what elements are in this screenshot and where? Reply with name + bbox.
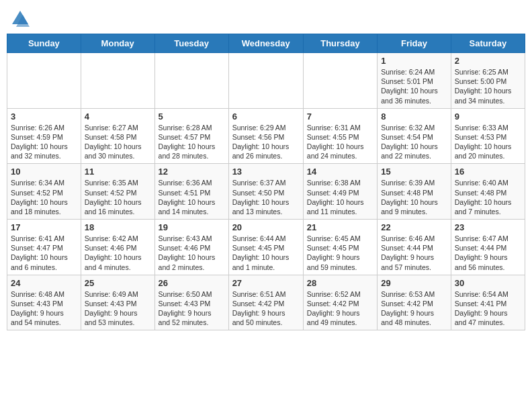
calendar-cell: 9Sunrise: 6:33 AM Sunset: 4:53 PM Daylig… [451, 108, 525, 164]
calendar-cell: 14Sunrise: 6:38 AM Sunset: 4:49 PM Dayli… [303, 164, 377, 220]
day-number: 23 [455, 222, 521, 232]
day-number: 16 [455, 167, 521, 177]
calendar-cell: 23Sunrise: 6:47 AM Sunset: 4:44 PM Dayli… [451, 220, 525, 275]
cell-content: Sunrise: 6:25 AM Sunset: 5:00 PM Dayligh… [455, 67, 521, 105]
day-number: 24 [11, 278, 77, 288]
cell-content: Sunrise: 6:43 AM Sunset: 4:46 PM Dayligh… [159, 234, 225, 272]
calendar-cell: 3Sunrise: 6:26 AM Sunset: 4:59 PM Daylig… [7, 108, 81, 164]
day-number: 6 [232, 111, 300, 122]
cell-content: Sunrise: 6:28 AM Sunset: 4:57 PM Dayligh… [159, 123, 225, 161]
day-number: 5 [159, 111, 225, 122]
header-sunday: Sunday [7, 34, 81, 53]
cell-content: Sunrise: 6:51 AM Sunset: 4:42 PM Dayligh… [232, 289, 300, 328]
week-row-4: 24Sunrise: 6:48 AM Sunset: 4:43 PM Dayli… [7, 275, 525, 330]
cell-content: Sunrise: 6:24 AM Sunset: 5:01 PM Dayligh… [381, 67, 447, 105]
calendar-cell: 22Sunrise: 6:46 AM Sunset: 4:44 PM Dayli… [378, 220, 451, 275]
day-number: 28 [307, 278, 373, 288]
calendar-header: SundayMondayTuesdayWednesdayThursdayFrid… [7, 34, 525, 53]
header-wednesday: Wednesday [228, 34, 303, 53]
calendar-cell: 28Sunrise: 6:52 AM Sunset: 4:42 PM Dayli… [303, 275, 377, 330]
logo [9, 9, 30, 28]
day-number: 27 [232, 278, 300, 288]
cell-content: Sunrise: 6:35 AM Sunset: 4:52 PM Dayligh… [85, 178, 151, 216]
day-number: 30 [455, 278, 521, 288]
calendar-body: 1Sunrise: 6:24 AM Sunset: 5:01 PM Daylig… [7, 53, 525, 330]
cell-content: Sunrise: 6:47 AM Sunset: 4:44 PM Dayligh… [455, 234, 521, 272]
calendar-cell: 11Sunrise: 6:35 AM Sunset: 4:52 PM Dayli… [81, 164, 154, 220]
cell-content: Sunrise: 6:50 AM Sunset: 4:43 PM Dayligh… [159, 289, 225, 328]
calendar-cell [228, 53, 303, 109]
day-number: 25 [85, 278, 151, 288]
calendar-cell: 26Sunrise: 6:50 AM Sunset: 4:43 PM Dayli… [154, 275, 228, 330]
cell-content: Sunrise: 6:38 AM Sunset: 4:49 PM Dayligh… [307, 178, 373, 216]
cell-content: Sunrise: 6:31 AM Sunset: 4:55 PM Dayligh… [307, 123, 373, 161]
day-number: 2 [455, 56, 521, 66]
cell-content: Sunrise: 6:49 AM Sunset: 4:43 PM Dayligh… [85, 289, 151, 328]
header-saturday: Saturday [451, 34, 525, 53]
calendar-cell: 27Sunrise: 6:51 AM Sunset: 4:42 PM Dayli… [228, 275, 303, 330]
calendar-cell: 4Sunrise: 6:27 AM Sunset: 4:58 PM Daylig… [81, 108, 154, 164]
cell-content: Sunrise: 6:37 AM Sunset: 4:50 PM Dayligh… [232, 178, 300, 216]
calendar-cell: 30Sunrise: 6:54 AM Sunset: 4:41 PM Dayli… [451, 275, 525, 330]
week-row-3: 17Sunrise: 6:41 AM Sunset: 4:47 PM Dayli… [7, 220, 525, 275]
calendar-cell: 15Sunrise: 6:39 AM Sunset: 4:48 PM Dayli… [378, 164, 451, 220]
calendar-cell [303, 53, 377, 109]
calendar-cell: 24Sunrise: 6:48 AM Sunset: 4:43 PM Dayli… [7, 275, 81, 330]
calendar-cell: 13Sunrise: 6:37 AM Sunset: 4:50 PM Dayli… [228, 164, 303, 220]
header-friday: Friday [378, 34, 451, 53]
cell-content: Sunrise: 6:41 AM Sunset: 4:47 PM Dayligh… [11, 234, 77, 272]
calendar-cell: 12Sunrise: 6:36 AM Sunset: 4:51 PM Dayli… [154, 164, 228, 220]
calendar-cell: 5Sunrise: 6:28 AM Sunset: 4:57 PM Daylig… [154, 108, 228, 164]
week-row-2: 10Sunrise: 6:34 AM Sunset: 4:52 PM Dayli… [7, 164, 525, 220]
cell-content: Sunrise: 6:27 AM Sunset: 4:58 PM Dayligh… [85, 123, 151, 161]
calendar-cell: 1Sunrise: 6:24 AM Sunset: 5:01 PM Daylig… [378, 53, 451, 109]
cell-content: Sunrise: 6:39 AM Sunset: 4:48 PM Dayligh… [381, 178, 447, 216]
calendar-cell: 21Sunrise: 6:45 AM Sunset: 4:45 PM Dayli… [303, 220, 377, 275]
cell-content: Sunrise: 6:33 AM Sunset: 4:53 PM Dayligh… [455, 123, 521, 161]
calendar-cell: 19Sunrise: 6:43 AM Sunset: 4:46 PM Dayli… [154, 220, 228, 275]
calendar-table: SundayMondayTuesdayWednesdayThursdayFrid… [7, 34, 525, 330]
day-number: 15 [381, 167, 447, 177]
day-number: 26 [159, 278, 225, 288]
cell-content: Sunrise: 6:46 AM Sunset: 4:44 PM Dayligh… [381, 234, 447, 272]
calendar-cell: 10Sunrise: 6:34 AM Sunset: 4:52 PM Dayli… [7, 164, 81, 220]
calendar-cell: 29Sunrise: 6:53 AM Sunset: 4:42 PM Dayli… [378, 275, 451, 330]
calendar-cell [7, 53, 81, 109]
week-row-0: 1Sunrise: 6:24 AM Sunset: 5:01 PM Daylig… [7, 53, 525, 109]
cell-content: Sunrise: 6:36 AM Sunset: 4:51 PM Dayligh… [159, 178, 225, 216]
day-number: 21 [307, 222, 373, 232]
calendar-cell: 6Sunrise: 6:29 AM Sunset: 4:56 PM Daylig… [228, 108, 303, 164]
calendar-cell: 16Sunrise: 6:40 AM Sunset: 4:48 PM Dayli… [451, 164, 525, 220]
cell-content: Sunrise: 6:53 AM Sunset: 4:42 PM Dayligh… [381, 289, 447, 328]
header-tuesday: Tuesday [154, 34, 228, 53]
cell-content: Sunrise: 6:32 AM Sunset: 4:54 PM Dayligh… [381, 123, 447, 161]
day-number: 8 [381, 111, 447, 122]
cell-content: Sunrise: 6:44 AM Sunset: 4:45 PM Dayligh… [232, 234, 300, 272]
day-number: 3 [11, 111, 77, 122]
day-number: 9 [455, 111, 521, 122]
day-number: 7 [307, 111, 373, 122]
calendar-cell: 2Sunrise: 6:25 AM Sunset: 5:00 PM Daylig… [451, 53, 525, 109]
cell-content: Sunrise: 6:29 AM Sunset: 4:56 PM Dayligh… [232, 123, 300, 161]
day-number: 12 [159, 167, 225, 177]
day-number: 10 [11, 167, 77, 177]
calendar-cell: 8Sunrise: 6:32 AM Sunset: 4:54 PM Daylig… [378, 108, 451, 164]
page-header [7, 7, 525, 28]
header-thursday: Thursday [303, 34, 377, 53]
calendar-cell: 20Sunrise: 6:44 AM Sunset: 4:45 PM Dayli… [228, 220, 303, 275]
week-row-1: 3Sunrise: 6:26 AM Sunset: 4:59 PM Daylig… [7, 108, 525, 164]
day-number: 13 [232, 167, 300, 177]
day-number: 1 [381, 56, 447, 66]
cell-content: Sunrise: 6:48 AM Sunset: 4:43 PM Dayligh… [11, 289, 77, 328]
day-number: 11 [85, 167, 151, 177]
header-monday: Monday [81, 34, 154, 53]
calendar-cell [81, 53, 154, 109]
calendar-cell: 25Sunrise: 6:49 AM Sunset: 4:43 PM Dayli… [81, 275, 154, 330]
logo-icon [11, 9, 30, 28]
day-number: 4 [85, 111, 151, 122]
cell-content: Sunrise: 6:54 AM Sunset: 4:41 PM Dayligh… [455, 289, 521, 328]
day-number: 20 [232, 222, 300, 232]
cell-content: Sunrise: 6:45 AM Sunset: 4:45 PM Dayligh… [307, 234, 373, 272]
day-number: 14 [307, 167, 373, 177]
day-number: 29 [381, 278, 447, 288]
